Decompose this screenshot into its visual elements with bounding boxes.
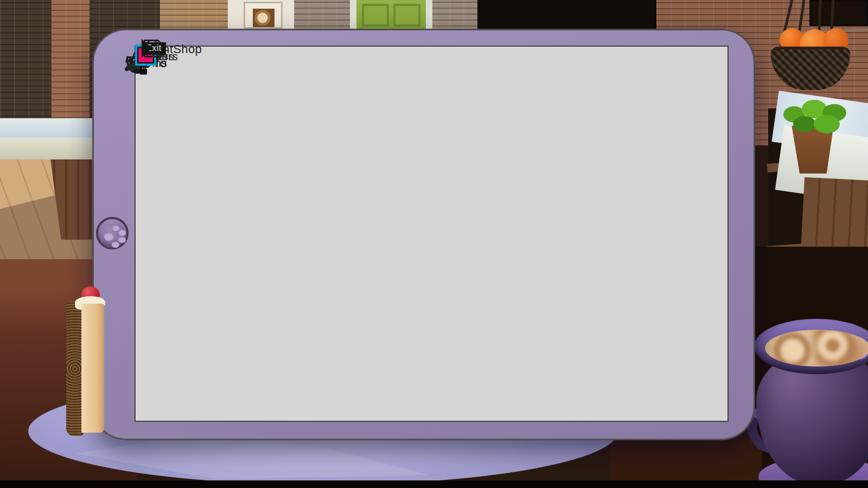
paw-pad	[118, 237, 126, 243]
app-screen: PrintShop Pro Orders Edits Filters Plug-…	[135, 46, 729, 422]
tablet-home-button[interactable]	[96, 217, 129, 249]
bg-table-edge	[0, 480, 868, 488]
tablet-device: PrintShop Pro Orders Edits Filters Plug-…	[92, 29, 755, 440]
bg-door-panel	[393, 4, 420, 27]
bg-plant-leaf	[793, 116, 816, 132]
bg-lit-brick	[160, 0, 236, 33]
bg-door-panel	[362, 4, 389, 27]
bg-picture-frame	[244, 2, 283, 29]
bg-brick-column	[52, 0, 90, 129]
game-scene: PrintShop Pro Orders Edits Filters Plug-…	[0, 0, 868, 488]
latte-swirl	[765, 330, 868, 367]
bg-dark-board	[477, 0, 656, 30]
paw-pad	[112, 242, 119, 248]
bg-door-leaf	[356, 0, 426, 30]
bg-plant-leaf	[814, 115, 840, 133]
paw-pad	[104, 233, 113, 241]
cake-slice	[81, 304, 104, 433]
bg-latte-picture	[253, 9, 275, 27]
paw-pad	[119, 230, 126, 236]
latte-art	[765, 330, 868, 367]
exit-arrow-icon	[142, 39, 152, 57]
bg-green-door	[350, 0, 432, 30]
paw-pad	[113, 226, 119, 231]
palette-footer: Exit	[137, 47, 146, 48]
